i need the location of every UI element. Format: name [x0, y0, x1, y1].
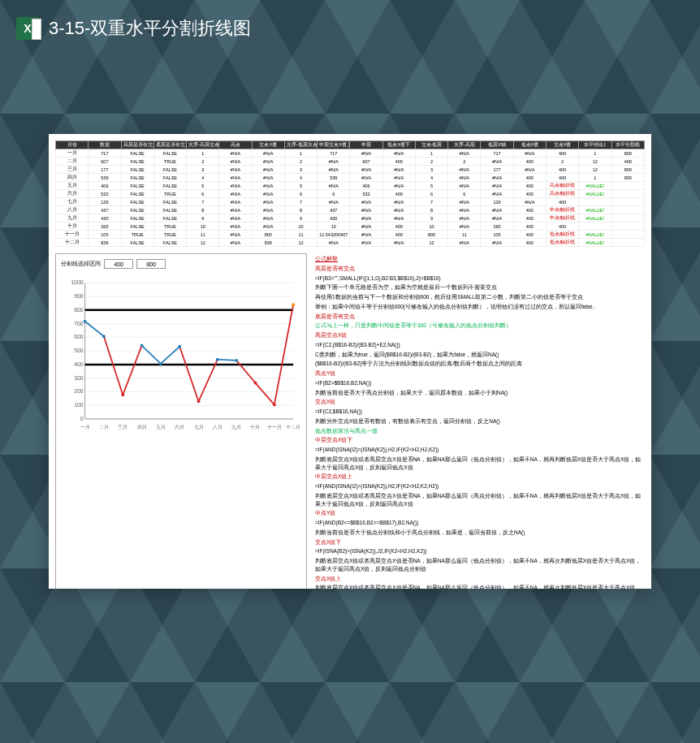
table-header: 低层X轴: [481, 141, 513, 149]
table-row: 三月177FALSEFALSE3#N/A#N/A3#N/A#N/A#N/A3#N…: [56, 166, 645, 174]
table-header: 交点X值: [252, 141, 284, 149]
svg-text:十二月: 十二月: [286, 425, 300, 430]
table-header: 月份: [56, 141, 89, 149]
formula-explanation: 公式解释 高层是否有交点 =IF(B3="",SMALL(IF({1;1,0},…: [313, 253, 645, 589]
svg-point-67: [292, 303, 295, 306]
svg-point-63: [216, 358, 219, 361]
svg-line-46: [104, 336, 123, 395]
svg-text:六月: 六月: [175, 424, 184, 430]
table-row: 七月129FALSEFALSE7#N/A#N/A7#N/A#N/A#N/A7#N…: [56, 198, 645, 206]
table-header: 次序-高层交点1: [187, 141, 219, 149]
page-title: 3-15-双重水平分割折线图: [49, 16, 251, 41]
svg-point-58: [121, 393, 124, 396]
table-header: 数据: [89, 141, 121, 149]
svg-point-59: [140, 344, 144, 348]
svg-text:500: 500: [74, 348, 84, 353]
table-header: 次序-低层次点下: [284, 141, 317, 149]
table-row: 二月607FALSETRUE2#N/A#N/A2#N/A60740022#N/A…: [56, 158, 645, 166]
range-input-low[interactable]: [104, 259, 133, 269]
svg-text:300: 300: [74, 375, 84, 381]
svg-point-56: [84, 320, 87, 323]
svg-line-48: [142, 346, 161, 364]
svg-line-49: [161, 347, 179, 364]
svg-text:九月: 九月: [231, 425, 241, 430]
header: 3-15-双重水平分割折线图: [16, 16, 251, 41]
svg-point-65: [254, 382, 257, 385]
svg-text:三月: 三月: [118, 425, 127, 430]
svg-text:800: 800: [74, 307, 84, 313]
svg-text:1000: 1000: [71, 279, 83, 285]
svg-text:900: 900: [74, 293, 84, 299]
svg-text:0: 0: [80, 416, 84, 421]
svg-text:二月: 二月: [99, 425, 109, 430]
svg-point-57: [102, 335, 106, 338]
svg-text:100: 100: [74, 402, 84, 408]
svg-text:400: 400: [74, 361, 84, 367]
data-table: 月份数据高层是否有交点底层是否有交点次序-高层交点1高点交点X值次序-低层次点下…: [55, 140, 645, 247]
table-row: 十一月105TRUETRUE11#N/A8001111.543200907#N/…: [56, 231, 645, 239]
table-row: 六月532FALSETRUE6#N/A#N/A6653240066#N/A400…: [56, 190, 645, 198]
table-header: 交点X值: [546, 141, 578, 149]
table-row: 一月717FALSEFALSE1#N/A#N/A1717#N/A#N/A1#N/…: [56, 149, 645, 158]
table-header: 中层: [350, 141, 382, 149]
svg-text:200: 200: [74, 388, 84, 394]
table-header: 中层交点X值上: [318, 141, 350, 149]
table-row: 九月430FALSEFALSE9#N/A#N/A9430#N/A#N/A9#N/…: [56, 214, 645, 222]
table-header: 底层是否有交点: [153, 141, 186, 149]
table-header: 低点X值下: [382, 141, 415, 149]
table-header: 高层是否有交点: [121, 141, 153, 149]
svg-point-66: [273, 403, 276, 406]
svg-text:八月: 八月: [213, 425, 223, 430]
svg-line-52: [218, 360, 236, 361]
svg-text:十月: 十月: [250, 425, 260, 430]
table-header: 低点X值: [513, 141, 546, 149]
range-label: 分割线选择区间: [61, 260, 101, 268]
svg-point-64: [235, 359, 238, 362]
svg-point-61: [178, 345, 181, 348]
svg-text:七月: 七月: [194, 425, 204, 430]
svg-line-47: [123, 346, 141, 395]
svg-line-54: [255, 383, 274, 405]
svg-text:五月: 五月: [156, 425, 166, 430]
range-input-high[interactable]: [136, 259, 166, 269]
spreadsheet-sheet: 月份数据高层是否有交点底层是否有交点次序-高层交点1高点交点X值次序-低层次点下…: [49, 134, 651, 589]
table-row: 五月406FALSEFALSE5#N/A#N/A5#N/A406#N/A5#N/…: [56, 182, 645, 190]
table-row: 十月265FALSETRUE10#N/A#N/A1010#N/A40010#N/…: [56, 222, 645, 231]
table-row: 四月539FALSEFALSE4#N/A#N/A4539#N/A#N/A4#N/…: [56, 174, 645, 182]
table-header: 高点: [219, 141, 252, 149]
svg-point-62: [197, 400, 201, 403]
table-header: 水平分割线: [611, 141, 644, 149]
table-header: 次序-高层: [448, 141, 481, 149]
chart-panel: 分割线选择区间 01002003004005006007008009001000…: [55, 253, 307, 589]
svg-point-60: [159, 362, 162, 365]
svg-text:十一月: 十一月: [267, 425, 282, 430]
svg-text:四月: 四月: [137, 425, 147, 430]
table-header: 交点-低层: [415, 141, 447, 149]
svg-line-51: [199, 360, 218, 402]
svg-text:一月: 一月: [80, 425, 90, 430]
svg-line-50: [179, 347, 198, 402]
table-row: 十二月839FALSEFALSE12#N/A83912#N/A#N/A#N/A1…: [56, 239, 645, 247]
excel-icon: [16, 17, 39, 40]
line-chart: 01002003004005006007008009001000 一月二月三月四…: [61, 274, 301, 444]
table-row: 八月437FALSEFALSE8#N/A#N/A8437#N/A#N/A8#N/…: [56, 206, 645, 214]
svg-text:700: 700: [74, 321, 84, 326]
svg-line-55: [274, 305, 293, 404]
svg-text:600: 600: [74, 334, 84, 339]
table-header: 水平结论1: [579, 141, 611, 149]
